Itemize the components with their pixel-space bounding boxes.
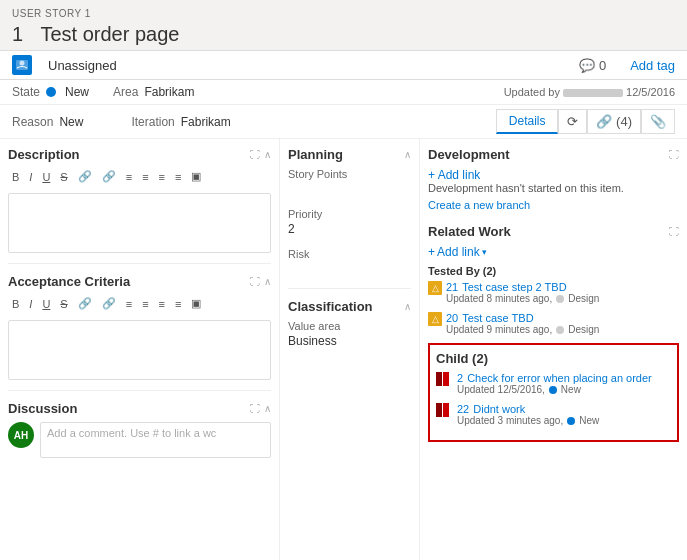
list-btn-1[interactable]: ≡ — [122, 168, 136, 185]
child-title-1[interactable]: Check for error when placing an order — [467, 372, 652, 384]
list-btn-3[interactable]: ≡ — [155, 168, 169, 185]
description-icons: ⛶ ∧ — [250, 149, 271, 160]
description-input[interactable] — [8, 193, 271, 253]
child-id-1[interactable]: 2 — [457, 372, 463, 384]
bold-btn[interactable]: B — [8, 168, 23, 185]
list-btn-5[interactable]: ≡ — [122, 295, 136, 312]
expand-icon-2[interactable]: ⛶ — [250, 276, 260, 287]
tab-attachments[interactable]: 📎 — [641, 109, 675, 134]
list-btn-8[interactable]: ≡ — [171, 295, 185, 312]
child-section: Child (2) 2 Check for error when placing… — [428, 343, 679, 442]
risk-label: Risk — [288, 248, 411, 260]
reason-label: Reason — [12, 115, 53, 129]
rw-expand-icon[interactable]: ⛶ — [669, 226, 679, 237]
collapse-icon-2[interactable]: ∧ — [264, 276, 271, 287]
iteration-label: Iteration — [131, 115, 174, 129]
plus-icon: + — [428, 245, 435, 259]
child-badge-area-1 — [436, 372, 449, 386]
wi-title-1[interactable]: Test case step 2 TBD — [462, 281, 566, 293]
child-updated-2: Updated 3 minutes ago, — [457, 415, 563, 426]
wi-state-2: Design — [568, 324, 599, 335]
wi-id-2[interactable]: 20 — [446, 312, 458, 324]
risk-field: Risk — [288, 248, 411, 276]
classification-collapse-icon[interactable]: ∧ — [404, 301, 411, 312]
acceptance-input[interactable] — [8, 320, 271, 380]
child-meta-2: Updated 3 minutes ago, New — [457, 415, 671, 426]
discussion-input-area: AH Add a comment. Use # to link a wc — [8, 422, 271, 458]
link-btn-1[interactable]: 🔗 — [74, 168, 96, 185]
list-item: 2 Check for error when placing an order … — [436, 372, 671, 395]
state-value[interactable]: New — [65, 85, 89, 99]
iteration-value[interactable]: Fabrikam — [181, 115, 231, 129]
divider-1 — [8, 263, 271, 264]
tab-links[interactable]: 🔗 (4) — [587, 109, 641, 134]
italic-btn[interactable]: I — [25, 168, 36, 185]
collapse-icon[interactable]: ∧ — [264, 149, 271, 160]
wi-state-dot-1 — [556, 295, 564, 303]
child-id-2[interactable]: 22 — [457, 403, 469, 415]
priority-value[interactable]: 2 — [288, 222, 411, 236]
dev-add-link-button[interactable]: + Add link — [428, 168, 480, 182]
fields-row-1: State New Area Fabrikam Updated by 12/5/… — [0, 80, 687, 105]
reason-value[interactable]: New — [59, 115, 83, 129]
child-title-2[interactable]: Didnt work — [473, 403, 525, 415]
acceptance-header: Acceptance Criteria ⛶ ∧ — [8, 274, 271, 289]
list-btn-6[interactable]: ≡ — [138, 295, 152, 312]
related-work-header: Related Work ⛶ — [428, 224, 679, 239]
story-label: USER STORY 1 — [12, 4, 675, 19]
link-btn-4[interactable]: 🔗 — [98, 295, 120, 312]
list-btn-2[interactable]: ≡ — [138, 168, 152, 185]
tab-history[interactable]: ⟳ — [558, 109, 587, 134]
avatar: AH — [8, 422, 34, 448]
comment-area: 💬 0 — [579, 58, 606, 73]
underline-btn[interactable]: U — [38, 168, 54, 185]
link-btn-3[interactable]: 🔗 — [74, 295, 96, 312]
area-value[interactable]: Fabrikam — [144, 85, 194, 99]
description-title: Description — [8, 147, 80, 162]
collapse-icon-3[interactable]: ∧ — [264, 403, 271, 414]
classification-title: Classification — [288, 299, 373, 314]
wi-id-1[interactable]: 21 — [446, 281, 458, 293]
expand-icon-3[interactable]: ⛶ — [250, 403, 260, 414]
comment-input[interactable]: Add a comment. Use # to link a wc — [40, 422, 271, 458]
link-btn-2[interactable]: 🔗 — [98, 168, 120, 185]
list-btn-4[interactable]: ≡ — [171, 168, 185, 185]
dev-expand-icon[interactable]: ⛶ — [669, 149, 679, 160]
header-bar: USER STORY 1 1 Test order page — [0, 0, 687, 51]
expand-icon[interactable]: ⛶ — [250, 149, 260, 160]
middle-panel: Planning ∧ Story Points Priority 2 Risk … — [280, 139, 420, 560]
image-btn[interactable]: ▣ — [187, 168, 205, 185]
wi-updated-2: Updated 9 minutes ago, — [446, 324, 552, 335]
wi-badge-2: △ — [428, 312, 442, 326]
story-points-value[interactable] — [288, 182, 411, 196]
create-branch-link[interactable]: Create a new branch — [428, 199, 530, 211]
reason-field: Reason New — [12, 115, 83, 129]
story-points-field: Story Points — [288, 168, 411, 196]
add-tag-button[interactable]: Add tag — [630, 58, 675, 73]
wi-title-2[interactable]: Test case TBD — [462, 312, 533, 324]
updated-date: 12/5/2016 — [626, 86, 675, 98]
risk-value[interactable] — [288, 262, 411, 276]
list-btn-7[interactable]: ≡ — [155, 295, 169, 312]
rw-add-link-button[interactable]: + Add link ▾ — [428, 245, 679, 259]
child-info-1: 2 Check for error when placing an order … — [457, 372, 671, 395]
strikethrough-btn[interactable]: S — [56, 168, 71, 185]
underline-btn-2[interactable]: U — [38, 295, 54, 312]
state-field: State New — [12, 85, 89, 99]
image-btn-2[interactable]: ▣ — [187, 295, 205, 312]
planning-collapse-icon[interactable]: ∧ — [404, 149, 411, 160]
description-header: Description ⛶ ∧ — [8, 147, 271, 162]
strikethrough-btn-2[interactable]: S — [56, 295, 71, 312]
value-area-label: Value area — [288, 320, 411, 332]
tab-details[interactable]: Details — [496, 109, 559, 134]
italic-btn-2[interactable]: I — [25, 295, 36, 312]
bold-btn-2[interactable]: B — [8, 295, 23, 312]
svg-point-1 — [20, 61, 25, 66]
value-area-value[interactable]: Business — [288, 334, 411, 348]
wi-info-1: 21 Test case step 2 TBD Updated 8 minute… — [446, 281, 679, 304]
iteration-field: Iteration Fabrikam — [131, 115, 230, 129]
state-label: State — [12, 85, 40, 99]
list-item: 22 Didnt work Updated 3 minutes ago, New — [436, 403, 671, 426]
child-updated-1: Updated 12/5/2016, — [457, 384, 545, 395]
priority-label: Priority — [288, 208, 411, 220]
